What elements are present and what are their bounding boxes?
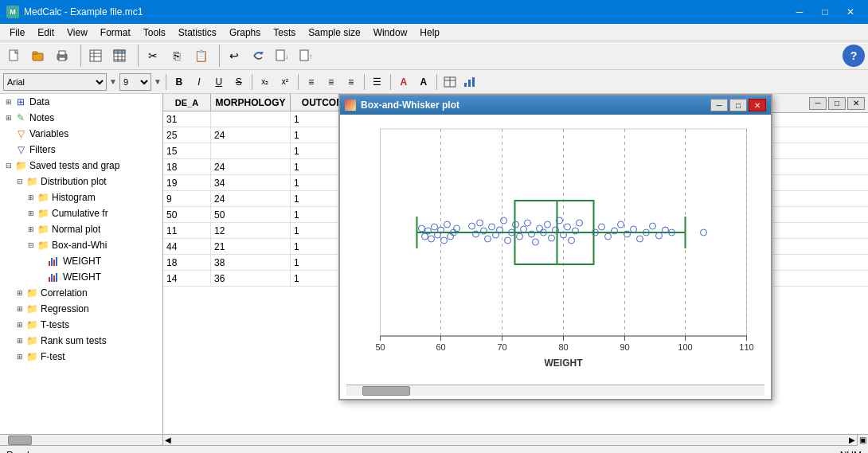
table-format-button[interactable] [441,73,459,91]
cell-F-6[interactable]: 24 [211,191,291,206]
sidebar-item-filters[interactable]: ▽ Filters [0,142,162,158]
expand-ttests[interactable]: ⊞ [14,319,25,330]
expand-ranksum[interactable]: ⊞ [14,335,25,346]
menu-tests[interactable]: Tests [267,25,302,40]
expand-variables[interactable] [3,128,14,139]
cell-E-2[interactable]: 25 [163,127,211,143]
cell-F-11[interactable]: 36 [211,271,291,286]
menu-format[interactable]: Format [94,25,137,40]
main-bottom-scroll[interactable]: ◀ ▶ ▣ [163,435,868,445]
sidebar-item-weight-1[interactable]: WEIGHT [0,253,162,269]
main-scroll-track[interactable] [173,435,847,445]
sidebar-bottom-scroll[interactable] [0,435,163,445]
menu-samplesize[interactable]: Sample size [302,25,366,40]
menu-graphs[interactable]: Graphs [223,25,267,40]
font-color-button[interactable]: A [395,73,412,91]
plot-scroll-thumb[interactable] [362,386,410,396]
redo-button[interactable] [247,45,269,67]
plot-minimize-button[interactable]: ─ [710,99,728,111]
menu-window[interactable]: Window [367,25,414,40]
menu-help[interactable]: Help [413,25,446,40]
sidebar-item-weight-2[interactable]: WEIGHT [0,269,162,285]
menu-view[interactable]: View [61,25,94,40]
corner-button[interactable]: ▣ [857,435,868,446]
expand-regression[interactable]: ⊞ [14,303,25,314]
sidebar-item-saved-tests[interactable]: ⊟ 📁 Saved tests and grap [0,158,162,174]
cell-E-7[interactable]: 50 [163,207,211,222]
expand-ftest[interactable]: ⊞ [14,351,25,362]
menu-file[interactable]: File [3,25,31,40]
superscript-button[interactable]: x² [276,73,294,91]
scroll-left-arrow[interactable]: ◀ [163,435,173,444]
expand-notes[interactable]: ⊞ [3,112,14,123]
italic-button[interactable]: I [190,73,208,91]
font-size-select[interactable]: 9 [119,73,151,91]
cell-F-1[interactable] [211,111,291,127]
export-button[interactable]: ↑ [295,45,317,67]
highlight-button[interactable]: A [415,73,432,91]
expand-data[interactable]: ⊞ [3,96,14,107]
second-close-button[interactable]: ✕ [847,97,865,110]
expand-saved-tests[interactable]: ⊟ [3,160,14,171]
cell-E-1[interactable]: 31 [163,111,211,127]
menu-tools[interactable]: Tools [137,25,172,40]
align-right-button[interactable]: ≡ [342,73,360,91]
close-button[interactable]: ✕ [839,4,862,20]
plot-scroll-track[interactable] [346,385,764,396]
sidebar-item-regression[interactable]: ⊞ 📁 Regression [0,301,162,317]
expand-filters[interactable] [3,144,14,155]
strikethrough-button[interactable]: S [230,73,248,91]
sidebar-item-normal-plot[interactable]: ⊞ 📁 Normal plot [0,221,162,237]
cell-F-10[interactable]: 38 [211,255,291,270]
menu-edit[interactable]: Edit [31,25,61,40]
cell-E-8[interactable]: 11 [163,223,211,238]
cell-F-7[interactable]: 50 [211,207,291,222]
cell-E-3[interactable]: 15 [163,143,211,158]
minimize-button[interactable]: ─ [788,4,811,20]
cell-E-11[interactable]: 14 [163,271,211,286]
scroll-right-arrow[interactable]: ▶ [847,435,857,444]
cell-E-4[interactable]: 18 [163,159,211,174]
sidebar-item-notes[interactable]: ⊞ ✎ Notes [0,110,162,126]
sidebar-item-data[interactable]: ⊞ ⊞ Data [0,94,162,110]
plot-horizontal-scrollbar[interactable] [346,385,764,396]
expand-correlation[interactable]: ⊞ [14,287,25,299]
chart-format-button[interactable] [461,73,479,91]
new-button[interactable] [3,45,25,67]
cell-F-3[interactable] [211,143,291,158]
expand-distribution[interactable]: ⊟ [14,176,25,187]
expand-box-whisker[interactable]: ⊟ [25,240,37,251]
font-select[interactable]: Arial [3,73,107,91]
sidebar-item-ranksum[interactable]: ⊞ 📁 Rank sum tests [0,333,162,349]
spreadsheet-button[interactable] [84,45,107,67]
cell-E-6[interactable]: 9 [163,191,211,206]
cut-button[interactable]: ✂ [142,45,164,67]
sidebar-item-distribution-plot[interactable]: ⊟ 📁 Distribution plot [0,174,162,189]
table-button[interactable] [108,45,131,67]
menu-statistics[interactable]: Statistics [172,25,223,40]
undo-button[interactable]: ↩ [223,45,245,67]
align-center-button[interactable]: ≡ [323,73,340,91]
sidebar-item-box-whisker[interactable]: ⊟ 📁 Box-and-Whi [0,237,162,253]
cell-E-10[interactable]: 18 [163,255,211,270]
second-minimize-button[interactable]: ─ [809,97,827,110]
expand-histogram[interactable]: ⊞ [25,192,37,203]
maximize-button[interactable]: □ [814,4,836,20]
cell-F-9[interactable]: 21 [211,239,291,254]
expand-normal-plot[interactable]: ⊞ [25,224,37,235]
print-button[interactable] [51,45,73,67]
plot-close-button[interactable]: ✕ [749,99,766,111]
sidebar-scroll-thumb[interactable] [8,435,32,445]
paste-button[interactable]: 📋 [190,45,212,67]
cell-E-5[interactable]: 19 [163,175,211,190]
cell-F-8[interactable]: 12 [211,223,291,238]
help-button[interactable]: ? [843,45,865,67]
sidebar-item-variables[interactable]: ▽ Variables [0,126,162,142]
underline-button[interactable]: U [210,73,228,91]
second-maximize-button[interactable]: □ [828,97,846,110]
copy-button[interactable]: ⎘ [166,45,188,67]
sidebar-item-ttests[interactable]: ⊞ 📁 T-tests [0,317,162,333]
cell-F-2[interactable]: 24 [211,127,291,143]
align-left-button[interactable]: ≡ [303,73,320,91]
bold-button[interactable]: B [170,73,188,91]
